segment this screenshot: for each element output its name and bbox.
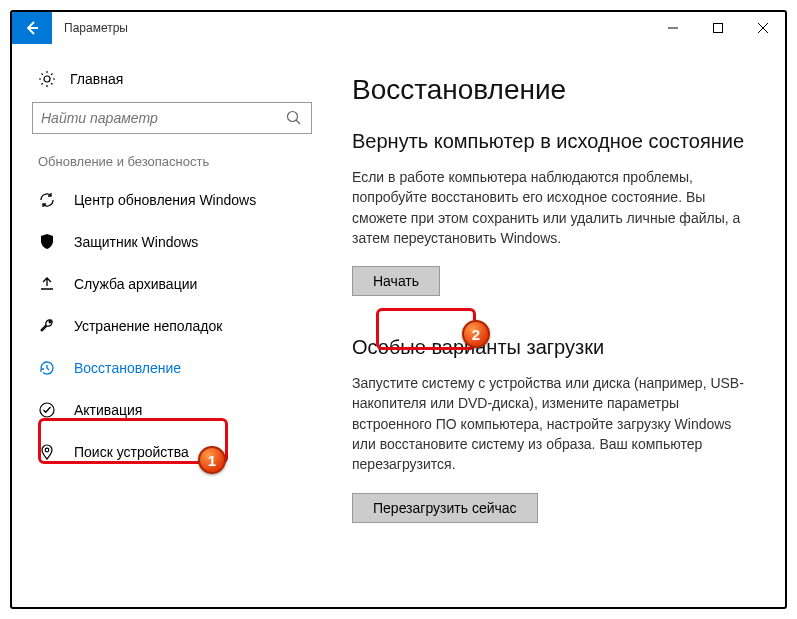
sidebar-home-label: Главная [70, 71, 123, 87]
sidebar: Главная Обновление и безопасность Центр … [12, 44, 322, 607]
svg-rect-1 [713, 24, 722, 33]
shield-icon [38, 233, 56, 251]
settings-window: Параметры Главная Обновление и безопасно… [10, 10, 787, 609]
maximize-button[interactable] [695, 12, 740, 44]
sidebar-item-find-device[interactable]: Поиск устройства [32, 431, 322, 473]
reset-description: Если в работе компьютера наблюдаются про… [352, 167, 755, 248]
sidebar-item-update[interactable]: Центр обновления Windows [32, 179, 322, 221]
svg-point-4 [44, 76, 50, 82]
maximize-icon [713, 23, 723, 33]
category-label: Обновление и безопасность [32, 154, 322, 169]
sidebar-item-home[interactable]: Главная [32, 64, 322, 102]
sidebar-item-label: Центр обновления Windows [74, 192, 256, 208]
back-button[interactable] [12, 12, 52, 44]
restart-now-button[interactable]: Перезагрузить сейчас [352, 493, 538, 523]
upload-icon [38, 275, 56, 293]
sidebar-item-label: Активация [74, 402, 142, 418]
check-circle-icon [38, 401, 56, 419]
page-title: Восстановление [352, 74, 755, 106]
search-icon [285, 109, 303, 127]
advanced-startup-heading: Особые варианты загрузки [352, 336, 755, 359]
reset-start-button[interactable]: Начать [352, 266, 440, 296]
close-icon [758, 23, 768, 33]
main-content: Восстановление Вернуть компьютер в исход… [322, 44, 785, 607]
history-icon [38, 359, 56, 377]
close-button[interactable] [740, 12, 785, 44]
window-controls [650, 12, 785, 44]
sidebar-item-defender[interactable]: Защитник Windows [32, 221, 322, 263]
sidebar-item-recovery[interactable]: Восстановление [32, 347, 322, 389]
minimize-icon [668, 23, 678, 33]
sync-icon [38, 191, 56, 209]
sidebar-item-troubleshoot[interactable]: Устранение неполадок [32, 305, 322, 347]
advanced-startup-description: Запустите систему с устройства или диска… [352, 373, 755, 474]
sidebar-item-backup[interactable]: Служба архивации [32, 263, 322, 305]
sidebar-item-label: Защитник Windows [74, 234, 198, 250]
sidebar-item-label: Служба архивации [74, 276, 197, 292]
wrench-icon [38, 317, 56, 335]
search-input[interactable] [41, 110, 285, 126]
svg-line-6 [296, 120, 300, 124]
svg-point-8 [45, 448, 49, 452]
search-box[interactable] [32, 102, 312, 134]
sidebar-item-activation[interactable]: Активация [32, 389, 322, 431]
minimize-button[interactable] [650, 12, 695, 44]
sidebar-item-label: Восстановление [74, 360, 181, 376]
sidebar-item-label: Поиск устройства [74, 444, 189, 460]
reset-heading: Вернуть компьютер в исходное состояние [352, 130, 755, 153]
window-title: Параметры [64, 21, 128, 35]
find-device-icon [38, 443, 56, 461]
arrow-left-icon [24, 20, 40, 36]
gear-icon [38, 70, 56, 88]
titlebar: Параметры [12, 12, 785, 44]
sidebar-item-label: Устранение неполадок [74, 318, 222, 334]
